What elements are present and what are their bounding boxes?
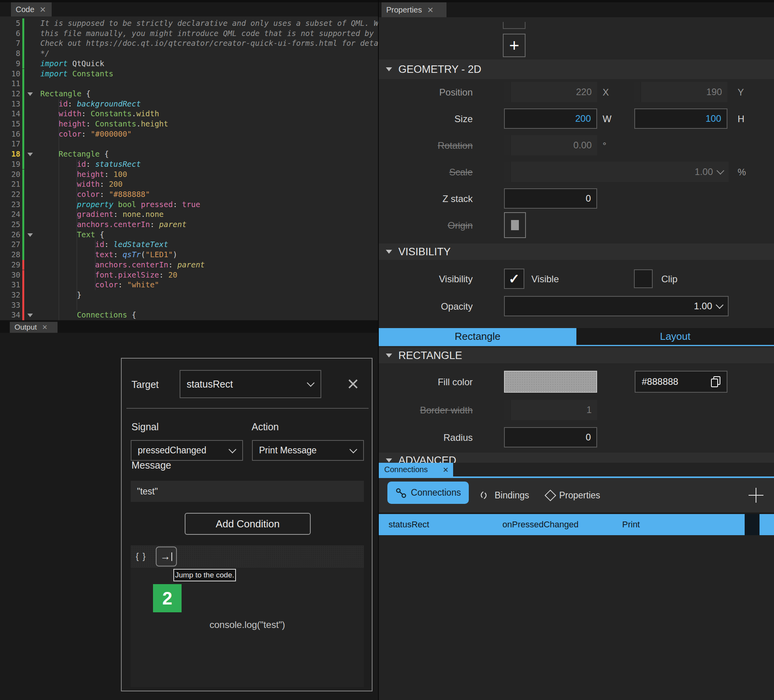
clip-checkbox[interactable] [634, 269, 653, 288]
code-line-30[interactable]: 30 font.pixelSize: 20 [0, 270, 378, 280]
add-condition-button[interactable]: Add Condition [185, 513, 311, 535]
code-line-25[interactable]: 25 anchors.centerIn: parent [0, 220, 378, 230]
visible-checkbox[interactable]: ✓ [504, 269, 524, 289]
code-line-28[interactable]: 28 text: qsTr("LED1") [0, 250, 378, 260]
code-line-8[interactable]: 8*/ [0, 49, 378, 59]
fold-marker-icon[interactable] [27, 314, 33, 317]
close-icon[interactable]: × [427, 5, 433, 15]
code-line-29[interactable]: 29 anchors.centerIn: parent [0, 260, 378, 270]
rotation-field[interactable]: 0.00 [504, 135, 597, 155]
code-line-16[interactable]: 16 color: "#000000" [0, 129, 378, 139]
close-icon[interactable]: × [40, 4, 46, 14]
code-line-10[interactable]: 10import Constants [0, 69, 378, 79]
radius-field[interactable]: 0 [504, 427, 597, 447]
code-text: id: backgroundRect [40, 99, 141, 109]
scale-label: Scale [394, 167, 473, 178]
vcs-change-bar [22, 250, 24, 260]
code-line-23[interactable]: 23 property bool pressed: true [0, 200, 378, 210]
vcs-change-bar [22, 79, 24, 89]
chevron-down-icon [349, 446, 357, 453]
remove-connection-icon[interactable] [745, 514, 760, 535]
add-connection-button[interactable] [749, 488, 763, 503]
connection-row-selected[interactable]: statusRect onPressedChanged Print [379, 514, 774, 535]
line-number: 24 [0, 209, 20, 220]
tab-code[interactable]: Code × [11, 2, 52, 16]
size-h-value: 100 [706, 113, 721, 124]
code-line-14[interactable]: 14 width: Constants.width [0, 109, 378, 119]
code-line-21[interactable]: 21 width: 200 [0, 179, 378, 189]
connection-action: Print [622, 514, 640, 535]
line-number: 21 [0, 179, 20, 189]
code-line-27[interactable]: 27 id: ledStateText [0, 240, 378, 250]
vcs-change-bar [22, 89, 24, 99]
code-line-22[interactable]: 22 color: "#888888" [0, 189, 378, 200]
tab-output[interactable]: Output × [10, 322, 58, 333]
dialog-close-icon[interactable]: × [347, 373, 359, 394]
target-dropdown[interactable]: statusRect [180, 370, 321, 398]
code-line-13[interactable]: 13 id: backgroundRect [0, 99, 378, 109]
size-h-field[interactable]: 100 [634, 108, 727, 129]
code-line-33[interactable]: 33 [0, 300, 378, 310]
vcs-change-bar [22, 109, 24, 119]
condition-code-line[interactable]: console.log("test") [131, 619, 364, 630]
copy-icon[interactable] [711, 376, 720, 387]
code-line-20[interactable]: 20 height: 100 [0, 170, 378, 180]
code-line-17[interactable]: 17 [0, 139, 378, 149]
code-line-31[interactable]: 31 color: "white" [0, 280, 378, 290]
section-visibility[interactable]: VISIBILITY [379, 244, 774, 260]
origin-button[interactable] [504, 212, 526, 238]
zstack-field[interactable]: 0 [504, 188, 597, 209]
position-x-field[interactable]: 220 [504, 82, 597, 102]
fill-color-swatch[interactable] [504, 371, 597, 393]
code-line-5[interactable]: 5It is supposed to be strictly declarati… [0, 18, 378, 29]
action-dropdown[interactable]: Print Message [252, 440, 364, 461]
tab-connections[interactable]: Connections × [379, 463, 453, 476]
scale-field[interactable]: 1.00 [504, 162, 729, 182]
bindings-view-button[interactable]: Bindings [477, 478, 529, 512]
fold-marker-icon[interactable] [27, 92, 33, 96]
code-line-6[interactable]: 6this file manually, you might introduce… [0, 29, 378, 39]
signal-dropdown[interactable]: pressedChanged [131, 440, 243, 461]
condition-code-editor[interactable]: { } → 2 console.log("test") [131, 545, 364, 687]
code-text: color: "#000000" [40, 129, 132, 139]
code-line-34[interactable]: 34 Connections { [0, 310, 378, 320]
code-line-9[interactable]: 9import QtQuick [0, 59, 378, 69]
fold-marker-icon[interactable] [27, 233, 33, 237]
code-line-7[interactable]: 7Check out https://doc.qt.io/qtcreator/c… [0, 38, 378, 49]
fill-hex-field[interactable]: #888888 [635, 371, 727, 393]
section-rectangle[interactable]: RECTANGLE [379, 348, 774, 363]
fill-color-label: Fill color [394, 377, 473, 388]
code-line-11[interactable]: 11 [0, 79, 378, 89]
properties-view-button[interactable]: Properties [546, 478, 600, 512]
chevron-down-icon [307, 379, 315, 387]
code-line-24[interactable]: 24 gradient: none.none [0, 209, 378, 220]
section-geometry-2d[interactable]: GEOMETRY - 2D [379, 60, 774, 79]
size-w-field[interactable]: 200 [504, 108, 597, 129]
message-input[interactable]: "test" [131, 481, 364, 502]
code-editor-content[interactable]: 5It is supposed to be strictly declarati… [0, 16, 378, 320]
connection-editor-dialog: Target statusRect × Signal Action presse… [121, 358, 373, 691]
braces-icon[interactable]: { } [136, 551, 146, 561]
add-item-button[interactable]: + [503, 34, 526, 57]
vcs-change-bar [22, 290, 24, 300]
close-icon[interactable]: × [443, 465, 448, 474]
connections-view-button[interactable]: Connections [387, 482, 469, 504]
code-line-12[interactable]: 12Rectangle { [0, 89, 378, 99]
code-line-32[interactable]: 32 } [0, 290, 378, 300]
opacity-field[interactable]: 1.00 [504, 296, 729, 316]
code-line-26[interactable]: 26 Text { [0, 230, 378, 240]
jump-to-code-button[interactable]: → [156, 547, 177, 566]
line-number: 16 [0, 129, 20, 139]
border-width-field[interactable]: 1 [504, 400, 597, 420]
tab-properties[interactable]: Properties × [382, 2, 446, 17]
close-icon[interactable]: × [42, 323, 47, 332]
tab-layout[interactable]: Layout [576, 328, 774, 345]
position-y-field[interactable]: 190 [634, 82, 727, 102]
tab-rectangle[interactable]: Rectangle [379, 328, 576, 345]
unit-degrees: ° [603, 140, 607, 151]
code-line-15[interactable]: 15 height: Constants.height [0, 119, 378, 129]
unit-w: W [603, 114, 612, 124]
code-line-18[interactable]: 18 Rectangle { [0, 149, 378, 159]
code-line-19[interactable]: 19 id: statusRect [0, 159, 378, 170]
fold-marker-icon[interactable] [27, 153, 33, 156]
